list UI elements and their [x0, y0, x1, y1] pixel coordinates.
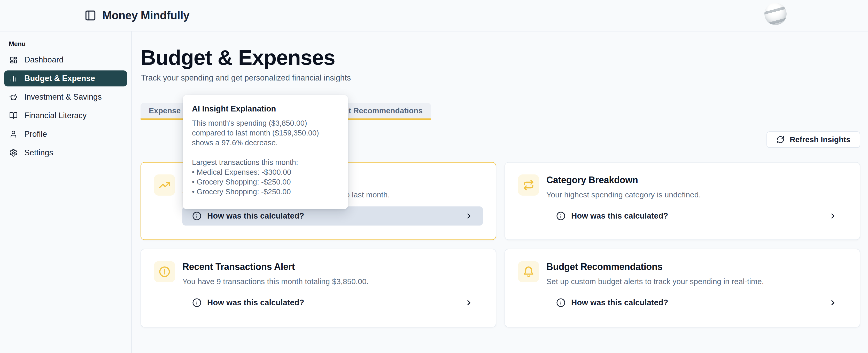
ai-insight-paragraph: This month's spending ($3,850.00) compar… [192, 118, 339, 148]
refresh-icon [776, 136, 784, 144]
card-title: Category Breakdown [547, 174, 847, 186]
sidebar-nav: Dashboard Budget & Expense Investment & … [0, 52, 131, 161]
app-root: Money Mindfully Menu Dashboard Budget & … [0, 0, 868, 353]
refresh-insights-label: Refresh Insights [790, 135, 850, 144]
ai-insight-subheading: Largest transactions this month: [192, 157, 339, 167]
repeat-icon [518, 174, 539, 196]
card-title: Recent Transactions Alert [182, 261, 483, 273]
sidebar-item-label: Settings [24, 148, 53, 157]
card-body: Category Breakdown Your highest spending… [547, 174, 847, 225]
sidebar-item-label: Investment & Savings [24, 93, 102, 102]
panel-left-icon [85, 9, 96, 22]
sidebar-item-dashboard[interactable]: Dashboard [4, 52, 127, 68]
card-subtitle: You have 9 transactions this month total… [182, 277, 483, 286]
chevron-right-icon [829, 298, 837, 307]
ai-insight-popover: AI Insight Explanation This month's spen… [183, 95, 348, 209]
bell-icon [518, 261, 539, 282]
alert-circle-icon [154, 261, 175, 282]
how-calculated-row[interactable]: How was this calculated? [182, 206, 483, 225]
how-calculated-row[interactable]: How was this calculated? [547, 293, 847, 312]
card-title: Budget Recommendations [547, 261, 847, 273]
book-open-icon [9, 111, 18, 120]
ai-insight-bullet: • Medical Expenses: -$300.00 [192, 167, 339, 177]
sidebar: Menu Dashboard Budget & Expense Investme… [0, 32, 132, 353]
top-header: Money Mindfully [0, 0, 868, 32]
how-calculated-label: How was this calculated? [207, 211, 304, 221]
sidebar-item-label: Financial Literacy [24, 111, 87, 120]
sidebar-item-label: Budget & Expense [24, 74, 95, 83]
sidebar-item-label: Dashboard [24, 55, 64, 65]
page-title: Budget & Expenses [141, 45, 335, 70]
sidebar-item-settings[interactable]: Settings [4, 145, 127, 161]
info-icon [192, 298, 202, 307]
gear-icon [9, 149, 18, 157]
card-subtitle: Set up custom budget alerts to track you… [547, 277, 847, 286]
ai-insight-popover-title: AI Insight Explanation [192, 104, 339, 113]
card-body: Recent Transactions Alert You have 9 tra… [182, 261, 483, 312]
info-icon [556, 211, 565, 221]
card-recent-transactions-alert: Recent Transactions Alert You have 9 tra… [141, 249, 496, 327]
piggy-bank-icon [9, 93, 18, 101]
info-icon [192, 211, 202, 221]
sidebar-item-financial-literacy[interactable]: Financial Literacy [4, 108, 127, 123]
sidebar-item-profile[interactable]: Profile [4, 126, 127, 142]
card-budget-recommendations: Budget Recommendations Set up custom bud… [504, 249, 860, 327]
page-subtitle: Track your spending and get personalized… [141, 73, 351, 82]
chevron-right-icon [465, 212, 473, 220]
sidebar-menu-label: Menu [9, 40, 131, 48]
app-title: Money Mindfully [102, 9, 189, 22]
how-calculated-label: How was this calculated? [207, 298, 304, 307]
how-calculated-row[interactable]: How was this calculated? [547, 206, 847, 225]
sidebar-item-budget-expense[interactable]: Budget & Expense [4, 70, 127, 86]
sidebar-item-investment-savings[interactable]: Investment & Savings [4, 89, 127, 105]
card-category-breakdown: Category Breakdown Your highest spending… [504, 162, 860, 240]
user-avatar[interactable] [765, 3, 786, 25]
user-icon [9, 130, 18, 138]
card-body: Budget Recommendations Set up custom bud… [547, 261, 847, 312]
how-calculated-label: How was this calculated? [571, 211, 668, 221]
refresh-insights-button[interactable]: Refresh Insights [767, 131, 860, 148]
how-calculated-label: How was this calculated? [571, 298, 668, 307]
info-icon [556, 298, 565, 307]
layout-dashboard-icon [9, 56, 18, 64]
ai-insight-bullet: • Grocery Shopping: -$250.00 [192, 187, 339, 197]
card-subtitle: Your highest spending category is undefi… [547, 190, 847, 200]
sidebar-toggle-button[interactable] [83, 8, 98, 23]
sidebar-item-label: Profile [24, 130, 47, 139]
ai-insight-bullet: • Grocery Shopping: -$250.00 [192, 177, 339, 187]
chevron-right-icon [465, 298, 473, 307]
bar-chart-icon [9, 74, 18, 82]
chevron-right-icon [829, 212, 837, 220]
how-calculated-row[interactable]: How was this calculated? [182, 293, 483, 312]
trending-up-icon [154, 174, 175, 196]
